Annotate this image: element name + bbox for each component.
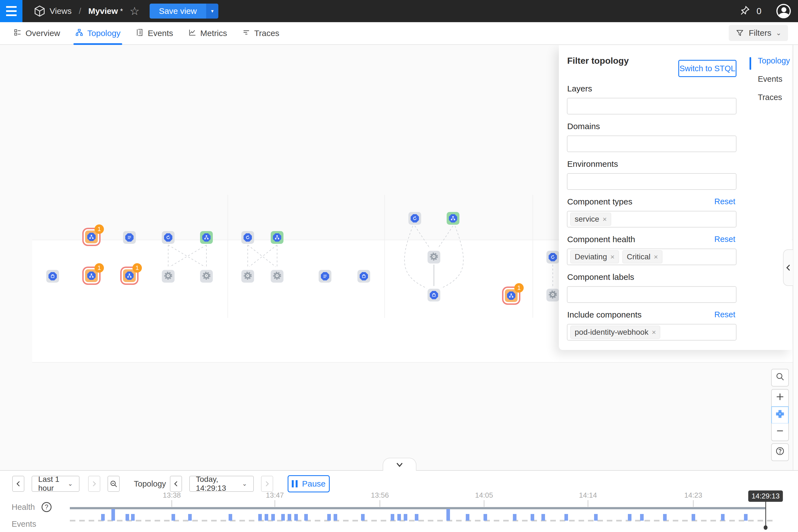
zoom-out-time-button[interactable] xyxy=(108,476,120,492)
tab-metrics[interactable]: Metrics xyxy=(187,22,229,44)
filter-chip[interactable]: Critical × xyxy=(622,250,663,264)
hamburger-menu-button[interactable] xyxy=(0,0,22,22)
tab-events[interactable]: Events xyxy=(134,22,175,44)
topology-node[interactable] xyxy=(446,212,459,225)
topology-node[interactable] xyxy=(241,231,254,244)
service-icon xyxy=(507,291,515,300)
favorite-star-icon[interactable]: ☆ xyxy=(130,5,140,17)
topology-node[interactable] xyxy=(271,231,283,244)
chip-remove-icon[interactable]: × xyxy=(610,253,614,261)
event-bar xyxy=(628,514,631,521)
time-range-back-button[interactable] xyxy=(12,476,24,492)
tab-topology[interactable]: Topology xyxy=(73,22,122,44)
user-avatar[interactable] xyxy=(776,4,791,18)
event-bar xyxy=(229,514,232,521)
chevron-down-icon xyxy=(395,460,404,469)
topology-node[interactable]: 1 xyxy=(85,230,98,243)
current-time-dot xyxy=(764,525,767,530)
topology-node[interactable]: 1 xyxy=(123,269,136,282)
filter-chip[interactable]: pod-identity-webhook × xyxy=(570,326,660,339)
panel-nav-topology[interactable]: Topology xyxy=(749,56,791,65)
topology-node[interactable] xyxy=(123,231,136,244)
time-range-dropdown[interactable]: Last 1 hour ⌄ xyxy=(32,476,79,492)
topology-node[interactable] xyxy=(546,289,559,302)
topology-node[interactable] xyxy=(162,270,174,283)
fit-to-screen-button[interactable] xyxy=(771,406,789,424)
gear-icon xyxy=(202,271,211,282)
reset-link[interactable]: Reset xyxy=(714,310,735,319)
filter-chip[interactable]: service × xyxy=(570,212,611,226)
current-time-dropdown[interactable]: Today, 14:29:13 ⌄ xyxy=(189,476,254,492)
time-forward-button[interactable] xyxy=(261,476,273,492)
chip-remove-icon[interactable]: × xyxy=(603,215,607,224)
gear-icon xyxy=(272,271,282,282)
layers-input[interactable] xyxy=(567,98,737,114)
event-bar xyxy=(721,514,725,521)
time-tick-label: 14:05 xyxy=(475,491,493,499)
band-divider xyxy=(384,195,385,318)
sync-icon xyxy=(244,233,252,242)
breadcrumb-separator: / xyxy=(79,6,81,16)
pause-icon xyxy=(292,480,298,488)
chip-remove-icon[interactable]: × xyxy=(652,328,656,337)
topology-node[interactable] xyxy=(200,270,213,283)
filters-button[interactable]: Filters ⌄ xyxy=(729,25,788,41)
chip-remove-icon[interactable]: × xyxy=(654,253,658,261)
panel-nav-events[interactable]: Events xyxy=(749,75,791,84)
reset-link[interactable]: Reset xyxy=(714,197,735,206)
time-tick-label: 13:56 xyxy=(371,491,389,499)
zoom-in-button[interactable] xyxy=(771,389,789,407)
topology-node[interactable] xyxy=(271,270,283,283)
pin-count: 0 xyxy=(757,6,761,16)
panel-nav-traces[interactable]: Traces xyxy=(749,93,791,102)
topology-node[interactable] xyxy=(428,289,440,302)
topology-node[interactable] xyxy=(428,251,440,264)
environments-input[interactable] xyxy=(567,173,737,190)
topology-node[interactable] xyxy=(200,231,213,244)
pause-button[interactable]: Pause xyxy=(288,475,330,492)
save-view-caret-button[interactable]: ▾ xyxy=(206,4,218,19)
breadcrumb-views[interactable]: Views xyxy=(50,6,72,16)
search-button[interactable] xyxy=(771,369,789,386)
switch-to-stql-button[interactable]: Switch to STQL xyxy=(678,60,737,77)
health-help-icon[interactable]: ? xyxy=(41,502,52,512)
filter-chip[interactable]: Deviating × xyxy=(570,250,619,264)
events-baseline xyxy=(70,520,773,521)
topology-node[interactable] xyxy=(162,231,174,244)
component-labels-input[interactable] xyxy=(567,286,737,303)
band-divider xyxy=(227,195,228,318)
topology-node[interactable] xyxy=(408,212,421,225)
topology-node[interactable] xyxy=(358,270,370,283)
component-health-input[interactable]: Deviating ×Critical × xyxy=(567,249,737,265)
pin-icon[interactable] xyxy=(739,5,750,17)
topology-node[interactable] xyxy=(241,270,254,283)
tab-traces[interactable]: Traces xyxy=(241,22,281,44)
view-cube-icon xyxy=(34,5,46,17)
domains-input[interactable] xyxy=(567,135,737,152)
save-view-button[interactable]: Save view xyxy=(150,4,206,19)
topology-node[interactable] xyxy=(46,270,59,283)
topology-node[interactable]: 1 xyxy=(85,269,98,282)
event-bar xyxy=(101,514,105,521)
chevron-left-icon xyxy=(172,480,179,488)
time-back-button[interactable] xyxy=(170,476,182,492)
time-range-forward-button[interactable] xyxy=(88,476,100,492)
current-time-badge[interactable]: 14:29:13 xyxy=(748,491,783,502)
tab-overview[interactable]: Overview xyxy=(12,22,62,44)
panel-collapse-handle[interactable] xyxy=(783,249,793,286)
event-bar xyxy=(640,514,644,521)
zoom-out-button[interactable] xyxy=(771,423,789,441)
component-types-input[interactable]: service × xyxy=(567,211,737,227)
reset-link[interactable]: Reset xyxy=(714,235,735,244)
timeline-mode-label: Topology xyxy=(134,479,166,489)
include-components-input[interactable]: pod-identity-webhook × xyxy=(567,324,737,341)
help-button[interactable] xyxy=(771,443,789,461)
chevron-left-icon xyxy=(784,264,793,272)
topology-node[interactable]: 1 xyxy=(505,289,518,302)
timeline-collapse-tab[interactable] xyxy=(383,458,416,471)
panel-side-nav: TopologyEventsTraces xyxy=(749,56,791,111)
topology-node[interactable] xyxy=(319,270,331,283)
pod-icon xyxy=(360,272,368,280)
topology-node[interactable] xyxy=(546,251,559,264)
event-bar xyxy=(415,514,418,521)
